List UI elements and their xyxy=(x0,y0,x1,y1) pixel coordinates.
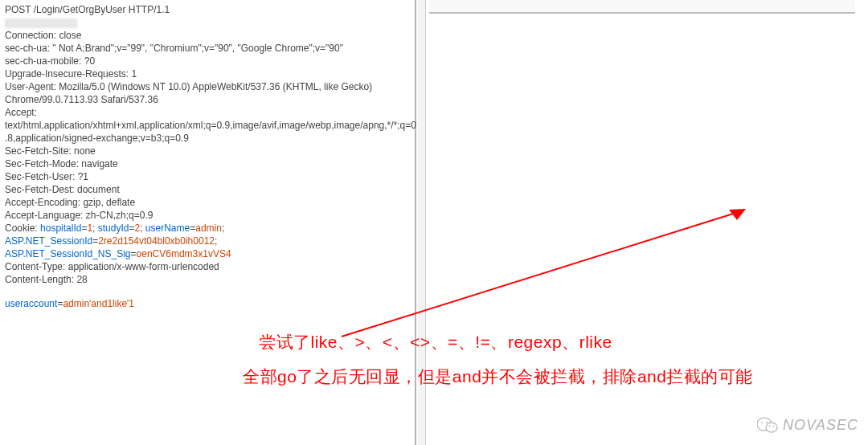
request-first-line: POST /Login/GetOrgByUser HTTP/1.1 xyxy=(5,3,410,16)
watermark-text: NOVASEC xyxy=(783,417,858,434)
cookie-session-line: ASP.NET_SessionId=2re2d154vt04bl0xb0ih00… xyxy=(5,235,410,247)
header-line: text/html,application/xhtml+xml,applicat… xyxy=(5,119,410,132)
annotation-line-2: 全部go了之后无回显，但是and并不会被拦截，排除and拦截的可能 xyxy=(243,365,845,389)
annotation-line-1: 尝试了like、>、<、<>、=、!=、regexp、rlike xyxy=(259,331,612,353)
header-line: Chrome/99.0.7113.93 Safari/537.36 xyxy=(5,93,410,106)
header-line: Sec-Fetch-Dest: document xyxy=(5,183,410,196)
svg-point-5 xyxy=(766,422,768,423)
cookie-line: Cookie: hospitalId=1; studyId=2; userNam… xyxy=(5,222,410,235)
header-line: sec-ch-ua-mobile: ?0 xyxy=(5,55,410,67)
cookie-prefix: Cookie: xyxy=(5,222,40,234)
header-line: sec-ch-ua: " Not A;Brand";v="99", "Chrom… xyxy=(5,42,410,55)
redacted-host xyxy=(5,16,410,29)
header-line: Connection: close xyxy=(5,29,410,42)
header-line: Accept-Encoding: gzip, deflate xyxy=(5,196,410,209)
request-body: useraccount=admin'and1like'1 xyxy=(5,297,410,310)
svg-point-7 xyxy=(773,426,775,427)
watermark: NOVASEC xyxy=(757,416,858,434)
header-line: Sec-Fetch-Mode: navigate xyxy=(5,157,410,170)
cookie-key: studyId xyxy=(98,222,129,234)
cookie-val: 2re2d154vt04bl0xb0ih0012 xyxy=(98,235,215,247)
cookie-val: 2 xyxy=(135,222,141,234)
svg-point-6 xyxy=(769,426,771,427)
header-line: Accept: xyxy=(5,106,410,119)
cookie-val: 1 xyxy=(87,222,92,234)
cookie-val: oenCV6mdm3x1vVS4 xyxy=(137,248,231,259)
header-line: Sec-Fetch-User: ?1 xyxy=(5,170,410,183)
cookie-key: ASP.NET_SessionId xyxy=(5,235,92,247)
wechat-icon xyxy=(757,416,778,434)
body-param-key: useraccount xyxy=(5,298,57,309)
response-panel-scrollbar[interactable] xyxy=(429,0,855,14)
svg-marker-1 xyxy=(729,209,746,220)
cookie-key: userName xyxy=(145,222,190,234)
header-line: .8,application/signed-exchange;v=b3;q=0.… xyxy=(5,132,410,145)
cookie-key: ASP.NET_SessionId_NS_Sig xyxy=(5,248,131,259)
body-param-val: admin'and1like'1 xyxy=(63,298,134,309)
cookie-key: hospitalId xyxy=(40,222,81,234)
header-line: Upgrade-Insecure-Requests: 1 xyxy=(5,67,410,80)
cookie-session-line: ASP.NET_SessionId_NS_Sig=oenCV6mdm3x1vVS… xyxy=(5,247,410,260)
header-line: Content-Type: application/x-www-form-url… xyxy=(5,260,410,273)
svg-point-3 xyxy=(766,423,777,432)
cookie-val: admin xyxy=(195,222,222,234)
svg-point-4 xyxy=(761,422,763,423)
header-line: Accept-Language: zh-CN,zh;q=0.9 xyxy=(5,209,410,222)
header-line: User-Agent: Mozilla/5.0 (Windows NT 10.0… xyxy=(5,80,410,93)
header-line: Content-Length: 28 xyxy=(5,273,410,286)
header-line: Sec-Fetch-Site: none xyxy=(5,145,410,157)
